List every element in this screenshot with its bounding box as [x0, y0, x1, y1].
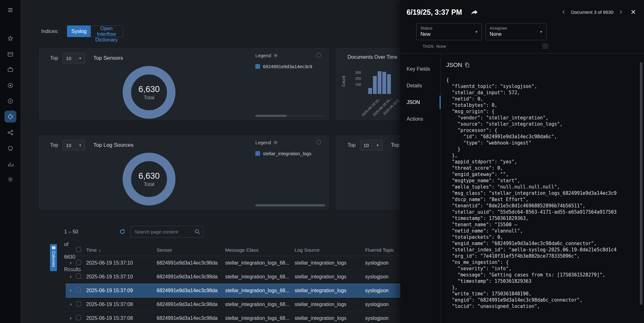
tab-label: Actions	[407, 116, 423, 122]
columns-button[interactable]: Columns	[50, 244, 57, 271]
chevron-right-icon[interactable]	[618, 9, 623, 14]
legend-scrollbar[interactable]	[255, 115, 325, 117]
refresh-icon[interactable]	[119, 228, 125, 235]
drawer-divider	[400, 53, 644, 54]
app-root: Indices: Syslog Open Interflow Dictionar…	[0, 0, 644, 323]
expand-chevron-icon[interactable]	[69, 316, 73, 320]
legend-item[interactable]: stellar_integration_logs	[255, 151, 325, 156]
row-checkbox[interactable]	[76, 274, 81, 279]
table-row[interactable]: 2025-06-19 15:37:10 6824991e9d3a14ec3c98…	[66, 270, 429, 284]
open-interflow-dictionary-button[interactable]: Open Interflow Dictionary	[90, 25, 123, 37]
donut-total-label: Total	[144, 182, 154, 187]
syslog-button[interactable]: Syslog	[67, 25, 91, 37]
cell-log-source: stellar_integration_logs	[295, 315, 365, 321]
col-header-message-class[interactable]: Message Class	[225, 247, 295, 253]
chevron-down-icon: ▼	[79, 57, 82, 60]
expand-chevron-icon[interactable]	[69, 261, 73, 265]
document-nav: Document 3 of 6630	[561, 9, 636, 15]
top-log-sources-title: Top Log Sources	[93, 142, 134, 148]
top-sensors-donut-chart[interactable]: 6,630 Total	[123, 66, 175, 119]
select-all-checkbox[interactable]	[76, 247, 81, 252]
window-icon[interactable]	[4, 48, 16, 60]
status-dropdown[interactable]: Status New ▼	[416, 23, 482, 40]
legend-radio[interactable]	[316, 140, 321, 145]
top-sensors-count-select[interactable]: 10 ▼	[63, 53, 85, 63]
cell-time: 2025-06-19 15:37:09	[86, 288, 157, 293]
tab-key-fields[interactable]: Key Fields	[400, 61, 441, 77]
tab-actions[interactable]: Actions	[400, 111, 441, 127]
status-value: New	[420, 31, 478, 37]
legend-label: Legend	[255, 140, 271, 145]
search-input[interactable]	[130, 226, 203, 238]
cell-log-source: stellar_integration_logs	[295, 288, 365, 293]
top-sensors-panel: Top 10 ▼ Top Sensors 6,630 Total Legend	[39, 48, 329, 120]
cell-log-source: stellar_integration_logs	[295, 274, 365, 280]
top-log-sources-donut-chart[interactable]: 6,630 Total	[123, 153, 175, 205]
disc-icon[interactable]	[4, 79, 16, 91]
tab-details[interactable]: Details	[400, 77, 441, 94]
expand-chevron-icon[interactable]	[69, 289, 73, 293]
search-icon[interactable]	[194, 228, 201, 235]
expand-chevron-icon[interactable]	[69, 303, 73, 306]
table-row[interactable]: 2025-06-19 15:37:08 6824991e9d3a14ec3c98…	[66, 298, 429, 311]
row-checkbox[interactable]	[76, 315, 81, 320]
table-row[interactable]: 2025-06-19 15:37:10 6824991e9d3a14ec3c98…	[66, 256, 429, 270]
row-checkbox[interactable]	[76, 287, 81, 293]
drawer-scrollbar-thumb[interactable]	[640, 62, 642, 305]
legend-scrollbar[interactable]	[255, 204, 325, 206]
legend-checkbox[interactable]	[255, 151, 260, 156]
copy-icon[interactable]	[464, 62, 470, 68]
table-header: Time↓ Sensor Message Class Log Source Fl…	[66, 244, 429, 256]
top-log-sources-count-select[interactable]: 10 ▼	[63, 140, 85, 151]
tags-action-button[interactable]	[542, 43, 548, 49]
tab-json[interactable]: JSON	[400, 94, 441, 111]
row-checkbox[interactable]	[76, 260, 81, 265]
documents-over-time-title: Documents Over Time	[347, 54, 397, 60]
expand-chevron-icon[interactable]	[69, 275, 73, 279]
donut-total-label: Total	[144, 95, 154, 101]
star-icon[interactable]	[4, 33, 16, 45]
tags-row: TAGS:None	[423, 44, 446, 49]
legend-gear-icon[interactable]	[273, 53, 278, 58]
count-axis-label: Count	[341, 76, 346, 87]
cell-time: 2025-06-19 15:37:10	[86, 274, 157, 280]
chevron-left-icon[interactable]	[561, 9, 566, 14]
share-network-icon[interactable]	[4, 127, 16, 139]
bar-chart-icon[interactable]	[4, 158, 16, 170]
table-row[interactable]: 2025-06-19 15:37:08 6824991e9d3a14ec3c98…	[66, 311, 429, 323]
expand-cell	[66, 303, 76, 306]
top-count-value: 10	[364, 143, 369, 148]
cell-message-class: stellar_integration_logs_68...	[225, 260, 295, 266]
scrollbar-thumb[interactable]	[255, 115, 287, 117]
col-header-time[interactable]: Time↓	[86, 247, 157, 253]
document-nav-label: Document 3 of 6630	[571, 9, 613, 15]
cell-sensor: 6824991e9d3a14ec3c98da	[157, 302, 225, 307]
close-icon[interactable]	[630, 9, 636, 15]
donut-center: 6,630 Total	[123, 153, 175, 205]
partial-panel-count-select[interactable]: 10 ▼	[360, 140, 383, 151]
cell-sensor: 6824991e9d3a14ec3c98da	[157, 260, 225, 266]
col-header-log-source[interactable]: Log Source	[295, 247, 365, 253]
assignee-dropdown[interactable]: Assignee None ▼	[486, 23, 547, 40]
cell-log-source: stellar_integration_logs	[295, 260, 365, 266]
menu-icon[interactable]	[4, 4, 16, 16]
top-label: Top	[50, 55, 58, 61]
gear-icon[interactable]	[4, 173, 16, 185]
robot-icon[interactable]	[4, 143, 16, 155]
columns-button-label: Columns	[51, 251, 56, 267]
share-icon[interactable]	[471, 9, 478, 16]
legend-checkbox[interactable]	[255, 64, 260, 69]
scrollbar-thumb[interactable]	[255, 204, 325, 206]
col-header-sensor[interactable]: Sensor	[157, 247, 225, 253]
compass-icon[interactable]	[4, 95, 16, 107]
briefcase-icon[interactable]	[4, 63, 16, 75]
legend-radio[interactable]	[316, 53, 321, 57]
cell-log-source: stellar_integration_logs	[295, 302, 365, 307]
col-header-time-label: Time	[86, 247, 97, 253]
json-content[interactable]: { "fluentd_topic": "syslogjson", "stella…	[446, 77, 637, 323]
crosshair-icon[interactable]	[4, 111, 16, 123]
row-checkbox[interactable]	[76, 301, 81, 306]
legend-item[interactable]: 6824991e9d3a14ec3c9	[255, 64, 325, 69]
table-row[interactable]: 2025-06-19 15:37:09 6824991e9d3a14ec3c98…	[66, 284, 429, 298]
legend-gear-icon[interactable]	[273, 140, 278, 145]
